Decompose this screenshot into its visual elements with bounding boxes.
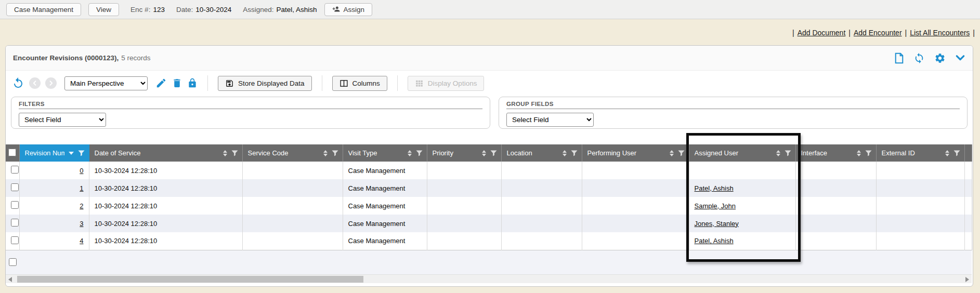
previous-perspective-button[interactable]: [29, 77, 41, 89]
column-header-assigned-user[interactable]: Assigned User: [689, 144, 795, 162]
cell-performing-user: [582, 179, 689, 197]
panel-header: Encounter Revisions (0000123), 5 records: [6, 46, 973, 71]
list-all-encounters-link[interactable]: List All Encounters: [910, 29, 970, 37]
perspective-toolbar: Main Perspective Store Displayed Data: [6, 71, 973, 96]
sort-arrows-icon[interactable]: [563, 150, 567, 156]
column-header-revision-number[interactable]: Revision Number: [19, 144, 89, 162]
cell-service-code: [242, 179, 343, 197]
assigned-user-link[interactable]: Patel, Ashish: [695, 237, 734, 245]
cell-priority: [427, 179, 501, 197]
select-all-header[interactable]: [6, 144, 19, 162]
cell-priority: [427, 215, 501, 232]
perspective-select[interactable]: Main Perspective: [64, 76, 148, 90]
revision-link[interactable]: 0: [80, 167, 83, 175]
collapse-chevron-icon[interactable]: [955, 54, 965, 62]
delete-trash-icon[interactable]: [172, 77, 182, 89]
row-checkbox[interactable]: [11, 236, 19, 244]
cell-assigned-user: Patel, Ashish: [689, 232, 795, 250]
column-header-performing-user[interactable]: Performing User: [582, 144, 689, 162]
sort-arrows-icon[interactable]: [857, 150, 861, 156]
column-header-service-code[interactable]: Service Code: [242, 144, 343, 162]
assigned-value: Patel, Ashish: [277, 6, 317, 14]
assigned-user-link[interactable]: Patel, Ashish: [695, 184, 734, 192]
cell-visit-type: Case Management: [343, 215, 427, 232]
group-fields-select[interactable]: Select Field: [506, 113, 594, 127]
cell-visit-type: Case Management: [343, 179, 427, 197]
assign-button[interactable]: Assign: [324, 3, 373, 16]
row-checkbox[interactable]: [11, 183, 19, 191]
filters-row: FILTERS Select Field GROUP FIELDS Select…: [6, 96, 973, 132]
filter-funnel-icon[interactable]: [678, 150, 685, 156]
filter-funnel-icon[interactable]: [416, 150, 423, 156]
assigned-user-link[interactable]: Sample, John: [695, 202, 736, 210]
filter-funnel-icon[interactable]: [953, 150, 960, 156]
store-displayed-data-button[interactable]: Store Displayed Data: [218, 76, 312, 91]
scrollbar-thumb[interactable]: [17, 276, 363, 283]
edit-pencil-icon[interactable]: [155, 77, 167, 89]
revision-link[interactable]: 1: [80, 184, 83, 192]
filter-funnel-icon[interactable]: [332, 150, 338, 156]
column-header-visit-type[interactable]: Visit Type: [343, 144, 427, 162]
filter-funnel-icon[interactable]: [231, 150, 238, 156]
group-fields-box: GROUP FIELDS Select Field: [499, 97, 968, 129]
filter-funnel-icon[interactable]: [785, 150, 791, 156]
sort-arrows-icon[interactable]: [408, 150, 412, 156]
next-perspective-button[interactable]: [45, 77, 57, 89]
sort-arrows-icon[interactable]: [776, 150, 780, 156]
panel-title: Encounter Revisions (0000123),: [13, 54, 119, 62]
filter-funnel-icon[interactable]: [490, 150, 497, 156]
scroll-right-arrow-icon[interactable]: [965, 277, 969, 282]
columns-label: Columns: [352, 79, 380, 87]
filter-funnel-icon[interactable]: [78, 150, 85, 156]
filters-box: FILTERS Select Field: [11, 97, 490, 129]
cell-select: [6, 197, 19, 215]
cell-location: [501, 162, 582, 179]
horizontal-scrollbar[interactable]: [6, 274, 972, 283]
cell-revision: 1: [19, 179, 89, 197]
column-header-date-of-service[interactable]: Date of Service: [89, 144, 242, 162]
panel-header-icons: [894, 52, 965, 64]
column-header-clipped[interactable]: S: [964, 144, 972, 162]
sort-arrows-icon[interactable]: [223, 150, 227, 156]
case-management-button[interactable]: Case Management: [6, 3, 81, 16]
sort-desc-icon[interactable]: [69, 152, 74, 155]
sort-arrows-icon[interactable]: [670, 150, 674, 156]
date-value: 10-30-2024: [195, 6, 231, 14]
lock-icon[interactable]: [187, 77, 198, 89]
gear-icon[interactable]: [934, 52, 946, 64]
column-header-external-id[interactable]: External ID: [876, 144, 964, 162]
store-displayed-data-label: Store Displayed Data: [238, 79, 305, 87]
column-header-location[interactable]: Location: [501, 144, 582, 162]
new-row-checkbox[interactable]: [9, 258, 17, 266]
view-button[interactable]: View: [88, 3, 119, 16]
row-checkbox[interactable]: [11, 166, 19, 174]
column-header-interface[interactable]: Interface: [795, 144, 876, 162]
refresh-icon[interactable]: [913, 52, 925, 64]
sort-arrows-icon[interactable]: [482, 150, 486, 156]
filter-funnel-icon[interactable]: [571, 150, 578, 156]
link-separator: |: [848, 29, 851, 37]
row-checkbox[interactable]: [11, 219, 19, 227]
cell-performing-user: [582, 162, 689, 179]
filter-funnel-icon[interactable]: [865, 150, 872, 156]
add-document-link[interactable]: Add Document: [798, 29, 846, 37]
row-checkbox[interactable]: [11, 201, 19, 209]
assigned-user-link[interactable]: Jones, Stanley: [695, 220, 739, 228]
columns-button[interactable]: Columns: [332, 76, 387, 91]
cell-external-id: [876, 197, 964, 215]
undo-icon[interactable]: [12, 77, 24, 89]
sort-arrows-icon[interactable]: [945, 150, 949, 156]
revision-link[interactable]: 2: [80, 202, 83, 210]
add-encounter-link[interactable]: Add Encounter: [854, 29, 902, 37]
cell-date-of-service: 10-30-2024 12:28:10: [89, 162, 242, 179]
app-screen: Case Management View Enc #: 123 Date: 10…: [0, 0, 980, 293]
revision-link[interactable]: 4: [80, 237, 83, 245]
sort-arrows-icon[interactable]: [323, 150, 328, 156]
select-all-checkbox[interactable]: [8, 149, 16, 156]
new-document-icon[interactable]: [894, 52, 904, 64]
column-label: Location: [507, 149, 558, 157]
scroll-left-arrow-icon[interactable]: [8, 277, 12, 282]
filters-field-select[interactable]: Select Field: [19, 113, 106, 127]
revision-link[interactable]: 3: [80, 220, 83, 228]
column-header-priority[interactable]: Priority: [427, 144, 501, 162]
